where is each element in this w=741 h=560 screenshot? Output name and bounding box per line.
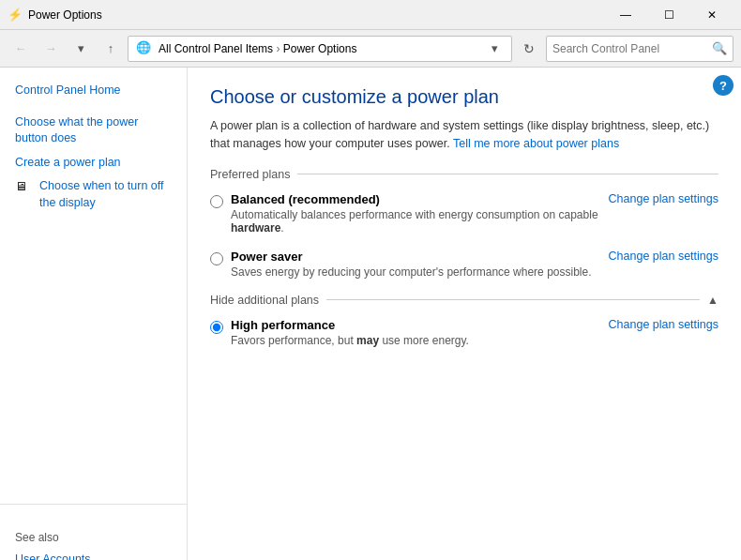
- back-button[interactable]: ←: [8, 36, 34, 62]
- power-saver-plan: Power saver Saves energy by reducing you…: [210, 250, 718, 279]
- crumb2-label: Power Options: [283, 42, 357, 55]
- additional-plans-line: [326, 299, 700, 300]
- sidebar-display-label[interactable]: Choose when to turn off the display: [39, 178, 172, 211]
- high-performance-info: High performance Favors performance, but…: [231, 318, 609, 347]
- sidebar-divider: [0, 504, 187, 505]
- address-icon: 🌐: [136, 40, 153, 57]
- preferred-plans-label: Preferred plans: [210, 168, 290, 181]
- maximize-button[interactable]: ☐: [647, 0, 690, 30]
- power-saver-radio-area: Power saver Saves energy by reducing you…: [210, 250, 609, 279]
- power-saver-desc: Saves energy by reducing your computer's…: [231, 265, 609, 279]
- high-performance-radio[interactable]: [210, 321, 223, 334]
- balanced-radio-area: Balanced (recommended) Automatically bal…: [210, 192, 609, 235]
- window-controls: — ☐ ✕: [604, 0, 733, 30]
- page-description: A power plan is a collection of hardware…: [210, 117, 718, 153]
- main-container: Control Panel Home Choose what the power…: [0, 68, 741, 560]
- additional-plans-section: Hide additional plans ▲: [210, 294, 718, 307]
- crumb1-label: All Control Panel Items: [159, 42, 273, 55]
- search-box: 🔍: [546, 36, 733, 62]
- additional-plans-label: Hide additional plans: [210, 294, 319, 307]
- page-title: Choose or customize a power plan: [210, 86, 718, 108]
- refresh-button[interactable]: ↻: [516, 36, 542, 62]
- forward-button[interactable]: →: [38, 36, 64, 62]
- navigation-bar: ← → ▾ ↑ 🌐 All Control Panel Items › Powe…: [0, 30, 741, 68]
- help-button[interactable]: ?: [713, 75, 733, 96]
- preferred-plans-line: [297, 174, 718, 174]
- description-link[interactable]: Tell me more about power plans: [453, 137, 619, 150]
- app-icon: ⚡: [8, 8, 23, 23]
- sidebar-item-home[interactable]: Control Panel Home: [0, 79, 187, 103]
- sidebar-item-power-button[interactable]: Choose what the power button does: [0, 111, 187, 151]
- balanced-plan: Balanced (recommended) Automatically bal…: [210, 192, 718, 235]
- close-button[interactable]: ✕: [690, 0, 733, 30]
- content-area: ? Choose or customize a power plan A pow…: [188, 68, 741, 560]
- sidebar: Control Panel Home Choose what the power…: [0, 68, 188, 560]
- high-performance-plan: High performance Favors performance, but…: [210, 318, 718, 347]
- sidebar-item-create-plan[interactable]: Create a power plan: [0, 151, 187, 175]
- see-also-label: See also: [0, 512, 187, 548]
- up-button[interactable]: ↑: [98, 36, 124, 62]
- balanced-info: Balanced (recommended) Automatically bal…: [231, 192, 609, 235]
- sidebar-user-accounts[interactable]: User Accounts: [0, 548, 187, 560]
- title-bar: ⚡ Power Options — ☐ ✕: [0, 0, 741, 30]
- balanced-change-link[interactable]: Change plan settings: [609, 192, 718, 205]
- high-performance-desc: Favors performance, but may use more ene…: [231, 334, 609, 347]
- breadcrumb-separator: ›: [276, 42, 282, 55]
- dropdown-recent-button[interactable]: ▾: [68, 36, 94, 62]
- power-saver-radio[interactable]: [210, 252, 223, 265]
- address-dropdown-button[interactable]: ▾: [485, 37, 504, 61]
- balanced-radio[interactable]: [210, 195, 223, 208]
- sidebar-item-display[interactable]: 🖥 Choose when to turn off the display: [0, 174, 187, 215]
- power-saver-change-link[interactable]: Change plan settings: [609, 250, 718, 263]
- preferred-plans-section: Preferred plans: [210, 168, 718, 181]
- search-input[interactable]: [552, 42, 708, 55]
- display-icon: 🖥: [15, 179, 34, 198]
- window-title: Power Options: [28, 8, 604, 22]
- search-icon: 🔍: [712, 41, 727, 55]
- address-bar: 🌐 All Control Panel Items › Power Option…: [128, 36, 512, 62]
- collapse-additional-button[interactable]: ▲: [707, 294, 718, 307]
- power-saver-name: Power saver: [231, 250, 609, 264]
- balanced-desc: Automatically balances performance with …: [231, 208, 609, 235]
- high-performance-name: High performance: [231, 318, 609, 332]
- high-performance-radio-area: High performance Favors performance, but…: [210, 318, 609, 347]
- balanced-name: Balanced (recommended): [231, 192, 609, 206]
- power-saver-info: Power saver Saves energy by reducing you…: [231, 250, 609, 279]
- high-performance-change-link[interactable]: Change plan settings: [609, 318, 718, 331]
- minimize-button[interactable]: —: [604, 0, 647, 30]
- breadcrumb-part1: All Control Panel Items › Power Options: [159, 42, 479, 55]
